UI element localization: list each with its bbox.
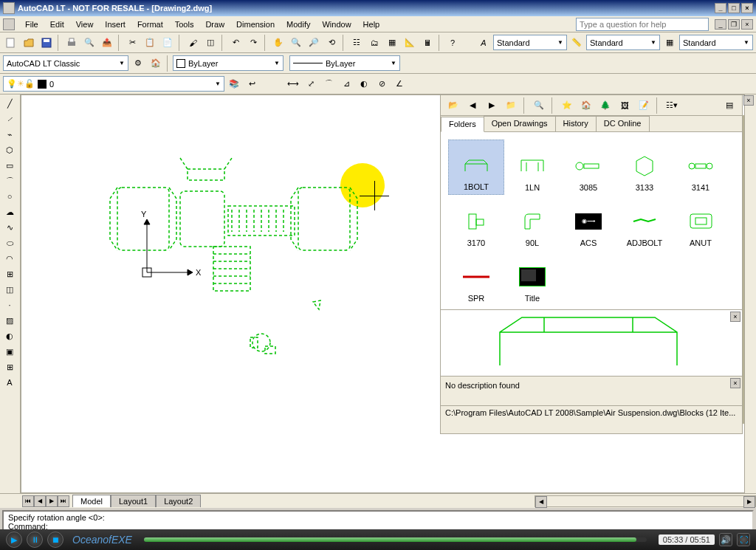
dimstyle-icon[interactable]: 📏 (568, 35, 585, 51)
color-dropdown[interactable]: ByLayer▼ (173, 55, 284, 71)
dc-favorites-icon[interactable]: ⭐ (559, 97, 575, 114)
rectangle-icon[interactable]: ▭ (1, 158, 18, 173)
dc-item-anut[interactable]: ANUT (673, 195, 729, 250)
calc-icon[interactable]: 🖩 (419, 35, 436, 51)
polyline-icon[interactable]: ⌁ (1, 127, 18, 142)
menu-window[interactable]: Window (316, 18, 357, 30)
layerprev-icon[interactable]: ↩ (244, 76, 260, 92)
publish-icon[interactable]: 📤 (99, 35, 115, 51)
ellipsearc-icon[interactable]: ◠ (1, 251, 18, 266)
dim-linear-icon[interactable]: ⟷ (285, 76, 301, 92)
pause-button[interactable]: ⏸ (27, 532, 43, 548)
dc-desc-icon[interactable]: 📝 (636, 97, 652, 114)
layer-dropdown[interactable]: 💡 ☀ 🔓 0 ▼ (3, 76, 224, 92)
tablestyle-dropdown[interactable]: Standard▼ (679, 35, 753, 50)
layermgr-icon[interactable]: 📚 (226, 76, 242, 92)
redo-icon[interactable]: ↷ (245, 35, 261, 51)
menu-dimension[interactable]: Dimension (230, 18, 281, 30)
pan-icon[interactable]: ✋ (270, 35, 286, 51)
maximize-button[interactable]: □ (728, 3, 740, 13)
menu-modify[interactable]: Modify (281, 18, 316, 30)
revcloud-icon[interactable]: ☁ (1, 204, 18, 219)
menu-format[interactable]: Format (131, 18, 169, 30)
dc-item-3085[interactable]: 3085 (560, 140, 616, 195)
dc-item-adjbolt[interactable]: ADJBOLT (616, 195, 673, 250)
help-search[interactable] (576, 18, 709, 31)
tab-last[interactable]: ⏭ (58, 495, 69, 507)
zoom-prev-icon[interactable]: ⟲ (323, 35, 340, 51)
textstyle-icon[interactable]: A (475, 35, 492, 51)
tab-model[interactable]: Model (72, 495, 111, 507)
workspace-settings-icon[interactable]: ⚙ (130, 55, 146, 72)
dc-tab-online[interactable]: DC Online (596, 116, 650, 131)
menu-draw[interactable]: Draw (199, 18, 230, 30)
dc-fwd-icon[interactable]: ▶ (484, 97, 500, 114)
tab-prev[interactable]: ◀ (34, 495, 46, 507)
dim-angular-icon[interactable]: ∠ (391, 76, 408, 92)
region-icon[interactable]: ▣ (1, 344, 18, 359)
ellipse-icon[interactable]: ⬭ (1, 236, 18, 250)
dc-tree-icon[interactable]: 🌲 (597, 97, 614, 114)
workspace-dropdown[interactable]: AutoCAD LT Classic▼ (3, 55, 128, 71)
player-vol-icon[interactable]: 🔊 (719, 533, 732, 546)
zoom-window-icon[interactable]: 🔎 (306, 35, 322, 51)
stop-button[interactable]: ⏹ (47, 532, 63, 548)
vertical-scrollbar[interactable] (744, 94, 756, 493)
menu-insert[interactable]: Insert (99, 18, 131, 30)
dc-preview-close[interactable]: × (730, 312, 740, 322)
tab-next[interactable]: ▶ (46, 495, 58, 507)
dc-up-icon[interactable]: 📁 (503, 97, 519, 114)
xline-icon[interactable]: ⟋ (1, 111, 18, 126)
open-icon[interactable] (21, 35, 37, 51)
help-icon[interactable]: ? (444, 35, 461, 51)
dc-autohide-icon[interactable]: ▤ (721, 97, 738, 114)
polygon-icon[interactable]: ⬡ (1, 142, 18, 157)
circle-icon[interactable]: ○ (1, 189, 18, 204)
tab-layout1[interactable]: Layout1 (111, 495, 156, 507)
menu-file[interactable]: File (19, 18, 44, 30)
dc-tab-open[interactable]: Open Drawings (484, 116, 556, 131)
dim-ordinate-icon[interactable]: ⊿ (338, 76, 354, 92)
dc-item-acs[interactable]: ◉⟶ACS (560, 195, 616, 250)
workspace-toggle-icon[interactable]: 🏠 (148, 55, 164, 72)
arc-icon[interactable]: ⌒ (1, 173, 18, 188)
hatch-icon[interactable]: ▨ (1, 313, 18, 328)
zoom-icon[interactable]: 🔍 (288, 35, 304, 51)
dc-item-90l[interactable]: 90L (504, 195, 560, 250)
dc-content[interactable]: 1BOLT 1LN 3085 3133 3141 3170 90L ◉⟶ACS … (441, 132, 742, 309)
toolpalette-icon[interactable]: ▦ (384, 35, 400, 51)
dc-item-1ln[interactable]: 1LN (504, 140, 560, 195)
dc-load-icon[interactable]: 📂 (445, 97, 461, 114)
spline-icon[interactable]: ∿ (1, 220, 18, 235)
menu-view[interactable]: View (70, 18, 100, 30)
dc-item-3170[interactable]: 3170 (448, 195, 504, 250)
dc-tab-folders[interactable]: Folders (441, 117, 484, 132)
minimize-button[interactable]: _ (715, 3, 726, 13)
dc-home-icon[interactable]: 🏠 (578, 97, 594, 114)
new-icon[interactable] (3, 35, 19, 51)
dc-item-spr[interactable]: SPR (448, 250, 504, 306)
copy-icon[interactable]: 📋 (142, 35, 158, 51)
menu-edit[interactable]: Edit (44, 18, 70, 30)
dc-tab-history[interactable]: History (555, 116, 597, 131)
player-progress[interactable] (144, 537, 647, 542)
dim-diameter-icon[interactable]: ⊘ (374, 76, 390, 92)
player-full-icon[interactable]: ⛶ (737, 533, 750, 546)
dim-arc-icon[interactable]: ⌒ (320, 76, 337, 92)
dc-item-3141[interactable]: 3141 (673, 140, 729, 195)
tab-layout2[interactable]: Layout2 (156, 495, 201, 507)
paste-icon[interactable]: 📄 (159, 35, 176, 51)
block-icon[interactable]: ◫ (202, 35, 219, 51)
makeblock-icon[interactable]: ◫ (1, 282, 18, 297)
dim-radius-icon[interactable]: ◐ (356, 76, 372, 92)
doc-close[interactable]: × (741, 19, 753, 30)
dc-desc-close[interactable]: × (730, 378, 740, 388)
insert-icon[interactable]: ⊞ (1, 267, 18, 281)
dimstyle-dropdown[interactable]: Standard▼ (586, 35, 660, 50)
play-button[interactable]: ▶ (6, 532, 22, 548)
dc-item-title[interactable]: Title (504, 250, 560, 306)
tablestyle-icon[interactable]: ▦ (662, 35, 678, 51)
properties-icon[interactable]: ☷ (348, 35, 365, 51)
match-icon[interactable]: 🖌 (185, 35, 201, 51)
table-icon[interactable]: ⊞ (1, 360, 18, 374)
